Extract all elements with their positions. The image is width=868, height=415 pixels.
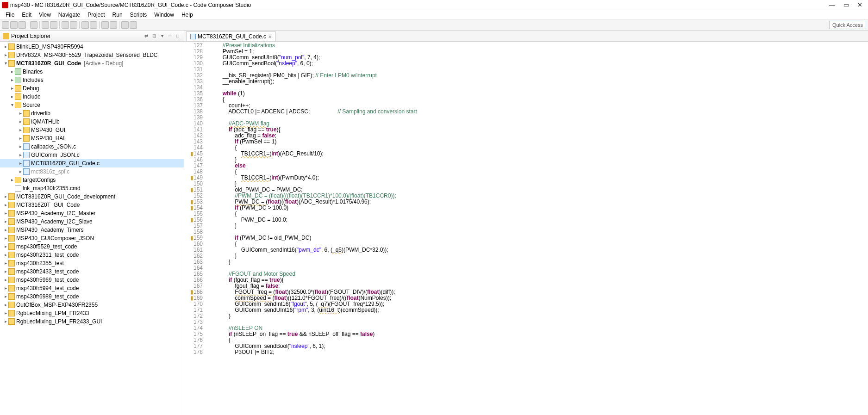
nav-back-button[interactable] — [121, 21, 129, 29]
tree-node[interactable]: ▸Include — [0, 93, 184, 101]
code-editor[interactable]: 127 128 129 130 131 132 133 134 135 136 … — [184, 42, 868, 415]
tree-node[interactable]: ▸msp430fr2355_test — [0, 259, 184, 267]
expand-arrow-icon[interactable]: ▸ — [18, 160, 23, 167]
editor-tab[interactable]: MCT8316Z0R_GUI_Code.c ✕ — [186, 31, 276, 41]
pin-button[interactable] — [110, 21, 117, 29]
close-button[interactable]: ✕ — [857, 1, 862, 8]
expand-arrow-icon[interactable]: ▸ — [9, 85, 15, 92]
menu-scripts[interactable]: Scripts — [126, 11, 151, 19]
expand-arrow-icon[interactable]: ▸ — [3, 268, 8, 275]
tree-node[interactable]: ▾MCT8316Z0R_GUI_Code[Active - Debug] — [0, 59, 184, 68]
collapse-all-icon[interactable]: ⊟ — [151, 33, 157, 39]
tree-node[interactable]: ▸msp430fr5969_test_code — [0, 276, 184, 284]
menu-window[interactable]: Window — [150, 11, 178, 19]
tree-node[interactable]: ▸callbacks_JSON.c — [0, 142, 184, 151]
new-button[interactable] — [2, 21, 9, 29]
minimize-button[interactable]: — — [829, 1, 835, 8]
tree-node[interactable]: ▸msp430fr2311_test_code — [0, 251, 184, 259]
maximize-button[interactable]: ▭ — [843, 1, 849, 8]
expand-arrow-icon[interactable]: ▾ — [3, 60, 8, 67]
expand-arrow-icon[interactable]: ▸ — [9, 68, 15, 75]
expand-arrow-icon[interactable]: ▸ — [3, 310, 8, 317]
expand-arrow-icon[interactable]: ▸ — [18, 135, 23, 142]
tree-node[interactable]: ▸OutOfBox_MSP-EXP430FR2355 — [0, 301, 184, 309]
menu-view[interactable]: View — [35, 11, 55, 19]
tree-node[interactable]: ▸msp430fr6989_test_code — [0, 292, 184, 301]
menu-edit[interactable]: Edit — [18, 11, 35, 19]
quick-access[interactable]: Quick Access — [829, 21, 866, 29]
view-menu-icon[interactable]: ▾ — [159, 33, 165, 39]
menu-navigate[interactable]: Navigate — [55, 11, 84, 19]
expand-arrow-icon[interactable]: ▸ — [3, 235, 8, 242]
expand-arrow-icon[interactable]: ▸ — [3, 318, 8, 325]
expand-arrow-icon[interactable]: ▸ — [18, 151, 23, 159]
tree-node[interactable]: ▸IQMATHLib — [0, 118, 184, 126]
expand-arrow-icon[interactable]: ▸ — [18, 126, 23, 134]
tree-node[interactable]: ▸MCT8316Z0T_GUI_Code — [0, 201, 184, 209]
stop-button[interactable] — [62, 21, 69, 29]
expand-arrow-icon[interactable]: ▸ — [3, 260, 8, 267]
nav-fwd-button[interactable] — [130, 21, 137, 29]
minimize-panel-icon[interactable]: ─ — [167, 33, 173, 39]
tree-node[interactable]: ▸Includes — [0, 76, 184, 84]
tree-node[interactable]: ▸MSP430_GUIComposer_JSON — [0, 234, 184, 242]
tree-node[interactable]: ▸BlinkLED_MSP430FR5994 — [0, 43, 184, 51]
tree-node[interactable]: ▸MSP430_Academy_Timers — [0, 226, 184, 234]
tree-node[interactable]: ▸driverlib — [0, 109, 184, 118]
tree-node[interactable]: ▸RgbLedMixing_LPM_FR2433 — [0, 309, 184, 317]
tree-node[interactable]: ▸Binaries — [0, 68, 184, 76]
expand-arrow-icon[interactable]: ▸ — [3, 301, 8, 309]
menu-run[interactable]: Run — [109, 11, 126, 19]
expand-arrow-icon[interactable]: ▸ — [9, 93, 15, 100]
link-editor-icon[interactable]: ⇄ — [143, 33, 150, 39]
expand-arrow-icon[interactable]: ▸ — [18, 118, 23, 125]
tree-node[interactable]: ▸MSP430_Academy_I2C_Slave — [0, 217, 184, 226]
tree-node[interactable]: ▸MSP430_GUI — [0, 126, 184, 134]
expand-arrow-icon[interactable]: ▸ — [18, 143, 23, 150]
expand-arrow-icon[interactable]: ▸ — [3, 218, 8, 225]
expand-arrow-icon[interactable]: ▸ — [3, 251, 8, 259]
expand-arrow-icon[interactable]: ▸ — [3, 293, 8, 300]
expand-arrow-icon[interactable]: ▸ — [3, 210, 8, 217]
tree-node[interactable]: lnk_msp430fr2355.cmd — [0, 184, 184, 192]
expand-arrow-icon[interactable]: ▸ — [3, 243, 8, 250]
expand-arrow-icon[interactable]: ▸ — [3, 276, 8, 284]
maximize-panel-icon[interactable]: □ — [175, 33, 181, 39]
expand-arrow-icon[interactable]: ▸ — [3, 201, 8, 209]
expand-arrow-icon[interactable]: ▾ — [9, 101, 15, 109]
tree-node[interactable]: ▸MSP430_Academy_I2C_Master — [0, 209, 184, 217]
step-button[interactable] — [70, 21, 77, 29]
tree-node[interactable]: ▸GUIComm_JSON.c — [0, 151, 184, 159]
code-content[interactable]: //Preset Initializations PwmSel = 1; GUI… — [206, 42, 868, 415]
tree-node[interactable]: ▸MCT8316Z0R_GUI_Code_development — [0, 192, 184, 201]
expand-arrow-icon[interactable]: ▸ — [9, 176, 15, 184]
tool-button[interactable] — [90, 21, 97, 29]
flash-button[interactable] — [81, 21, 89, 29]
tree-node[interactable]: ▸DRV832X_MSP430F5529_Trapezoidal_Sensore… — [0, 51, 184, 59]
tree-node[interactable]: ▸MCT8316Z0R_GUI_Code.c — [0, 159, 184, 167]
tree-node[interactable]: ▾Source — [0, 101, 184, 109]
build-button[interactable] — [30, 21, 37, 29]
menu-help[interactable]: Help — [178, 11, 197, 19]
run-button[interactable] — [50, 21, 57, 29]
expand-arrow-icon[interactable]: ▸ — [3, 51, 8, 59]
tree-node[interactable]: ▸MSP430_HAL — [0, 134, 184, 142]
save-button[interactable] — [10, 21, 18, 29]
save-all-button[interactable] — [19, 21, 26, 29]
close-tab-icon[interactable]: ✕ — [268, 34, 272, 39]
menu-file[interactable]: File — [2, 11, 18, 19]
expand-arrow-icon[interactable]: ▸ — [3, 193, 8, 200]
menu-project[interactable]: Project — [84, 11, 108, 19]
tree-node[interactable]: ▸Debug — [0, 84, 184, 93]
tree-node[interactable]: ▸msp430f5529_test_code — [0, 242, 184, 251]
expand-arrow-icon[interactable]: ▸ — [9, 76, 15, 84]
project-tree[interactable]: ▸BlinkLED_MSP430FR5994▸DRV832X_MSP430F55… — [0, 42, 184, 415]
tree-node[interactable]: ▸mct8316z_spi.c — [0, 167, 184, 176]
tree-node[interactable]: ▸msp430fr2433_test_code — [0, 267, 184, 276]
expand-arrow-icon[interactable]: ▸ — [18, 168, 23, 175]
debug-button[interactable] — [42, 21, 49, 29]
expand-arrow-icon[interactable]: ▸ — [3, 226, 8, 234]
tree-node[interactable]: ▸RgbLedMixing_LPM_FR2433_GUI — [0, 317, 184, 326]
tree-node[interactable]: ▸msp430fr5994_test_code — [0, 284, 184, 292]
tree-node[interactable]: ▸targetConfigs — [0, 176, 184, 184]
